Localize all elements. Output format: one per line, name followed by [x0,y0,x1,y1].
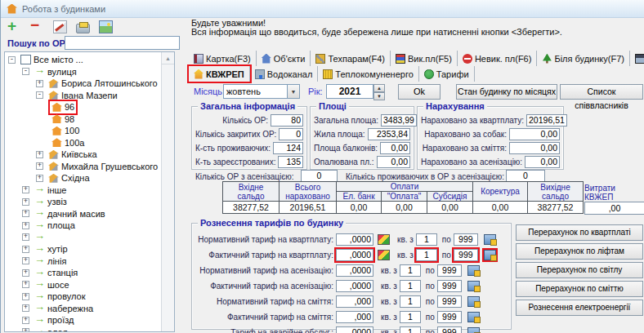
spin-up-icon[interactable]: ▲ [373,84,385,92]
tree-item[interactable]: + набережна [5,303,161,315]
recalculate-icon[interactable] [467,281,480,291]
tree-item[interactable]: + Східна [5,172,161,184]
expand-toggle-icon[interactable]: + [22,293,29,300]
recalc-button[interactable]: Рознесення електроенергії [516,300,643,316]
tree-item[interactable]: + узвіз [5,196,161,208]
field-value[interactable]: 3483,99 [381,114,417,127]
field-value[interactable]: 0,00 [380,142,410,154]
tab[interactable]: Тарифи [419,66,475,82]
expand-toggle-icon[interactable]: + [36,175,43,182]
tab[interactable]: Картка(F3) [189,51,257,66]
recalculate-icon[interactable] [467,265,480,276]
tab[interactable]: Невик. пл(F6) [458,51,538,66]
building-state-button[interactable]: Стан будинку по місяцях [456,84,557,100]
expenses-value[interactable]: ,00 [584,202,644,215]
expand-toggle-icon[interactable]: - [8,56,16,64]
tree-item[interactable]: - вулиця [5,66,161,78]
range-to-input[interactable]: 999 [437,295,462,308]
range-from-input[interactable]: 1 [416,233,437,246]
range-from-input[interactable]: 1 [400,295,421,308]
expand-toggle-icon[interactable]: + [22,328,29,332]
expand-toggle-icon[interactable]: + [22,186,29,193]
tree-item[interactable]: 100а [5,137,161,149]
tree-item[interactable]: + провулок [5,291,161,303]
tree-item[interactable]: + лінія [5,255,161,268]
asenization-count-value[interactable]: 0 [301,170,338,182]
ok-button[interactable]: Ok [398,84,441,100]
tree-item[interactable]: + інше [5,184,161,197]
range-to-input[interactable]: 999 [437,280,462,292]
tree-item[interactable]: + алея [5,326,161,333]
tariff-value-input[interactable]: ,000 [336,311,373,323]
tree-item[interactable]: + шосе [5,279,161,291]
expand-toggle-icon[interactable]: + [22,222,29,229]
expand-toggle-icon[interactable]: + [22,246,29,253]
recalculate-icon[interactable] [467,312,480,322]
add-icon[interactable] [7,20,21,33]
recalc-button[interactable]: Перерахунок по ліфтам [516,243,643,260]
asenization-residents-value[interactable]: 0 [506,170,545,182]
tab[interactable]: КВЖРЕП [189,66,250,82]
owners-list-button[interactable]: Список співвласників [560,84,643,100]
field-value[interactable]: 20196,51 [526,114,567,127]
tariff-value-input[interactable]: ,0000 [336,249,373,261]
scroll-up-icon[interactable]: ▲ [162,52,174,64]
range-from-input[interactable]: 1 [400,311,421,323]
expand-toggle-icon[interactable]: + [22,210,29,217]
search-input[interactable] [65,36,180,50]
tree-item[interactable]: + проїзд [5,314,161,326]
recalculate-icon[interactable] [467,327,480,333]
tab[interactable]: Водоканал [250,66,319,82]
chevron-down-icon[interactable]: ▼ [287,85,299,98]
tree-item[interactable]: + Бориса Лятошинського [5,78,161,90]
month-select[interactable]: жовтень ▼ [223,84,300,99]
tab[interactable]: Теплокомуненерго [318,66,418,82]
tab[interactable]: Техпарам(F4) [311,51,391,66]
range-from-input[interactable]: 1 [400,326,421,333]
tree-item[interactable]: + Михайла Грушевського [5,161,161,173]
tariff-value-input[interactable]: ,000 [336,295,373,308]
expand-toggle-icon[interactable]: + [22,281,29,288]
field-value[interactable]: 0,00 [377,156,410,168]
tab[interactable]: Гаражі,сараї(F8) [630,51,644,66]
range-to-input[interactable]: 999 [454,233,478,246]
tab[interactable]: Об'єкти [257,51,311,66]
field-value[interactable]: 135 [278,156,303,168]
expand-toggle-icon[interactable]: - [22,68,29,75]
tariff-value-input[interactable]: ,0000 [336,233,373,246]
expand-toggle-icon[interactable]: + [22,269,29,277]
field-value[interactable]: 124 [273,142,303,154]
tariff-value-input[interactable]: ,0000 [336,264,373,277]
tree-item[interactable]: - Все місто ... [5,54,161,66]
range-to-input[interactable]: 999 [437,311,462,323]
tab[interactable]: Вик.пл(F5) [391,51,458,66]
remove-icon[interactable] [30,20,44,33]
expand-toggle-icon[interactable]: + [22,257,29,264]
tree-item[interactable]: + [5,232,161,244]
tree-scrollbar[interactable]: ▲ [161,52,174,331]
year-value[interactable]: 2021 [326,84,373,99]
expand-toggle-icon[interactable]: + [22,304,29,312]
tree-item[interactable]: + площа [5,220,161,232]
recalc-button[interactable]: Перерахунок по квартплаті [516,224,643,241]
expand-toggle-icon[interactable]: + [36,80,43,87]
print-icon[interactable] [76,24,90,33]
range-from-input[interactable]: 1 [416,249,437,261]
spin-down-icon[interactable]: ▼ [373,92,385,100]
tariff-value-input[interactable]: ,0000 [336,326,373,333]
tree-item[interactable]: + станція [5,267,161,279]
tree-item[interactable]: + дачний масив [5,208,161,220]
recalc-button[interactable]: Перерахунок по сміттю [516,281,643,297]
field-value[interactable]: 2353,84 [368,128,411,140]
field-value[interactable]: 0 [279,128,303,140]
expand-toggle-icon[interactable]: + [22,317,29,324]
edit-icon[interactable] [53,20,67,33]
tariff-value-input[interactable]: ,0000 [336,280,373,292]
tree-item[interactable]: 100 [5,125,161,137]
tree-item[interactable]: + хутір [5,243,161,255]
recalculate-icon[interactable] [484,234,496,245]
expand-toggle-icon[interactable]: - [36,91,43,99]
expand-toggle-icon[interactable]: + [36,151,43,158]
field-value[interactable]: 0,00 [525,156,560,168]
recalculate-icon[interactable] [467,296,480,307]
